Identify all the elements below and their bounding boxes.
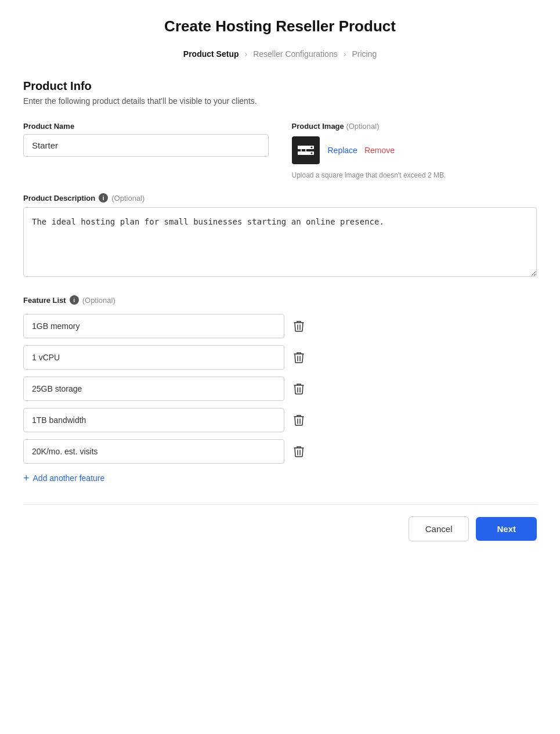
plus-icon: + — [23, 473, 30, 483]
section-subtitle: Enter the following product details that… — [23, 96, 537, 106]
image-hint: Upload a square image that doesn't excee… — [292, 171, 537, 179]
feature-input-2[interactable] — [23, 377, 284, 401]
feature-input-4[interactable] — [23, 439, 284, 464]
delete-feature-2-button[interactable] — [291, 381, 306, 397]
description-label: Product Description i (Optional) — [23, 193, 537, 203]
feature-item — [23, 439, 537, 464]
delete-feature-4-button[interactable] — [291, 443, 306, 460]
feature-item — [23, 377, 537, 401]
product-name-group: Product Name — [23, 122, 269, 157]
feature-list-label: Feature List i (Optional) — [23, 295, 537, 305]
feature-input-3[interactable] — [23, 408, 284, 432]
feature-info-icon[interactable]: i — [70, 295, 79, 305]
product-image-group: Product Image (Optional) Repl — [292, 122, 537, 179]
breadcrumb-step-reseller-config: Reseller Configurations — [253, 49, 338, 59]
feature-list-section: Feature List i (Optional) — [23, 295, 537, 486]
product-image-thumb — [292, 136, 320, 164]
product-name-input[interactable] — [23, 134, 269, 157]
footer-divider — [23, 504, 537, 505]
remove-image-button[interactable]: Remove — [364, 146, 395, 155]
product-description-group: Product Description i (Optional) The ide… — [23, 193, 537, 279]
description-info-icon[interactable]: i — [99, 193, 108, 203]
replace-image-button[interactable]: Replace — [328, 146, 357, 155]
cancel-button[interactable]: Cancel — [409, 516, 469, 541]
image-actions: Replace Remove — [328, 146, 395, 155]
breadcrumb: Product Setup › Reseller Configurations … — [23, 49, 537, 59]
delete-feature-1-button[interactable] — [291, 349, 306, 366]
product-name-label: Product Name — [23, 122, 269, 131]
breadcrumb-step-product-setup: Product Setup — [183, 49, 239, 59]
add-feature-button[interactable]: + Add another feature — [23, 471, 104, 486]
footer-actions: Cancel Next — [23, 516, 537, 541]
feature-item — [23, 408, 537, 432]
breadcrumb-step-pricing: Pricing — [352, 49, 377, 59]
page-title: Create Hosting Reseller Product — [23, 17, 537, 35]
product-name-image-row: Product Name Product Image (Optional) — [23, 122, 537, 179]
feature-input-0[interactable] — [23, 314, 284, 338]
feature-item — [23, 314, 537, 338]
feature-input-1[interactable] — [23, 345, 284, 370]
breadcrumb-separator-2: › — [344, 49, 346, 59]
svg-point-3 — [310, 153, 312, 154]
product-image-row: Replace Remove — [292, 136, 537, 164]
product-image-label: Product Image (Optional) — [292, 122, 537, 131]
feature-item — [23, 345, 537, 370]
next-button[interactable]: Next — [476, 517, 537, 541]
svg-point-2 — [310, 147, 312, 149]
breadcrumb-separator-1: › — [245, 49, 248, 59]
delete-feature-3-button[interactable] — [291, 412, 306, 428]
delete-feature-0-button[interactable] — [291, 318, 306, 334]
section-title: Product Info — [23, 79, 537, 93]
product-description-textarea[interactable]: The ideal hosting plan for small busines… — [23, 207, 537, 277]
